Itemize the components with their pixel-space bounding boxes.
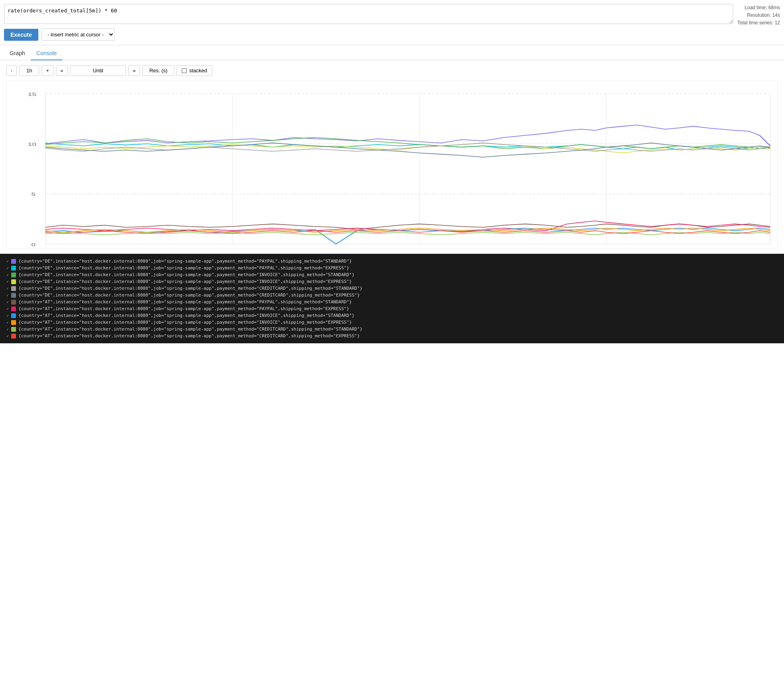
legend-check-icon: ✓ xyxy=(6,259,9,263)
tab-graph[interactable]: Graph xyxy=(4,47,31,60)
svg-text:10: 10 xyxy=(28,142,37,147)
legend-color-swatch xyxy=(11,266,16,271)
legend-check-icon: ✓ xyxy=(6,327,9,331)
svg-text:5: 5 xyxy=(31,192,36,197)
zoom-in-button[interactable]: + xyxy=(42,65,54,76)
legend-color-swatch xyxy=(11,300,16,305)
tabs: Graph Console xyxy=(0,47,784,60)
legend-item-label: {country="DE",instance="host.docker.inte… xyxy=(18,259,352,264)
legend-item-label: {country="DE",instance="host.docker.inte… xyxy=(18,265,349,271)
svg-text:14:00: 14:00 xyxy=(221,247,240,249)
legend-item[interactable]: ✓ {country="AT",instance="host.docker.in… xyxy=(6,305,778,312)
legend-item[interactable]: ✓ {country="DE",instance="host.docker.in… xyxy=(6,258,778,265)
legend-item-label: {country="DE",instance="host.docker.inte… xyxy=(18,279,352,284)
legend-item-label: {country="DE",instance="host.docker.inte… xyxy=(18,272,354,277)
execute-button[interactable]: Execute xyxy=(4,29,38,41)
stacked-label: stacked xyxy=(189,68,207,74)
toolbar: Execute - insert metric at cursor - xyxy=(4,28,733,41)
legend-item-label: {country="AT",instance="host.docker.inte… xyxy=(18,313,354,318)
legend-color-swatch xyxy=(11,286,16,291)
until-input[interactable] xyxy=(70,65,126,76)
legend-item-label: {country="AT",instance="host.docker.inte… xyxy=(18,327,362,332)
legend-check-icon: ✓ xyxy=(6,286,9,291)
legend-color-swatch xyxy=(11,327,16,332)
legend-check-icon: ✓ xyxy=(6,273,9,277)
graph-controls: - + « » stacked xyxy=(0,60,784,81)
load-time: Load time: 68ms xyxy=(737,4,780,12)
legend-check-icon: ✓ xyxy=(6,279,9,284)
legend-item-label: {country="DE",instance="host.docker.inte… xyxy=(18,293,360,298)
zoom-out-button[interactable]: - xyxy=(6,65,17,76)
chart-svg: 0 5 10 15 14:00 14:15 14:30 14:45 xyxy=(6,81,778,249)
chart-area: 0 5 10 15 14:00 14:15 14:30 14:45 xyxy=(0,81,784,254)
res-input[interactable] xyxy=(142,65,174,76)
svg-text:15: 15 xyxy=(28,92,37,96)
legend-check-icon: ✓ xyxy=(6,320,9,325)
metric-selector[interactable]: - insert metric at cursor - xyxy=(42,28,115,41)
legend-color-swatch xyxy=(11,334,16,339)
duration-input[interactable] xyxy=(19,65,39,76)
legend-item-label: {country="AT",instance="host.docker.inte… xyxy=(18,306,349,311)
stacked-button[interactable]: stacked xyxy=(177,65,212,76)
legend-item[interactable]: ✓ {country="AT",instance="host.docker.in… xyxy=(6,333,778,339)
legend-item[interactable]: ✓ {country="DE",instance="host.docker.in… xyxy=(6,271,778,278)
svg-text:14:30: 14:30 xyxy=(595,247,614,249)
total-series: Total time series: 12 xyxy=(737,19,780,27)
fast-fwd-button[interactable]: » xyxy=(128,65,140,76)
legend-color-swatch xyxy=(11,273,16,277)
legend-area: ✓ {country="DE",instance="host.docker.in… xyxy=(0,254,784,343)
legend-check-icon: ✓ xyxy=(6,266,9,270)
meta-info: Load time: 68ms Resolution: 14s Total ti… xyxy=(737,4,780,27)
legend-color-swatch xyxy=(11,320,16,325)
svg-text:0: 0 xyxy=(31,242,36,247)
top-bar: rate(orders_created_total[5m]) * 60 Exec… xyxy=(0,0,784,45)
legend-item[interactable]: ✓ {country="AT",instance="host.docker.in… xyxy=(6,312,778,319)
legend-item-label: {country="DE",instance="host.docker.inte… xyxy=(18,286,362,291)
legend-item[interactable]: ✓ {country="DE",instance="host.docker.in… xyxy=(6,292,778,299)
legend-item-label: {country="AT",instance="host.docker.inte… xyxy=(18,320,352,325)
legend-item[interactable]: ✓ {country="DE",instance="host.docker.in… xyxy=(6,278,778,285)
legend-item[interactable]: ✓ {country="AT",instance="host.docker.in… xyxy=(6,319,778,326)
legend-check-icon: ✓ xyxy=(6,300,9,304)
query-area: rate(orders_created_total[5m]) * 60 Exec… xyxy=(4,4,733,41)
fast-back-button[interactable]: « xyxy=(56,65,68,76)
legend-item-label: {country="AT",instance="host.docker.inte… xyxy=(18,333,360,339)
legend-item[interactable]: ✓ {country="AT",instance="host.docker.in… xyxy=(6,326,778,333)
resolution: Resolution: 14s xyxy=(737,12,780,19)
svg-text:14:15: 14:15 xyxy=(408,247,427,249)
legend-color-swatch xyxy=(11,307,16,311)
legend-color-swatch xyxy=(11,259,16,264)
legend-color-swatch xyxy=(11,279,16,284)
legend-color-swatch xyxy=(11,293,16,298)
query-input[interactable]: rate(orders_created_total[5m]) * 60 xyxy=(4,4,733,24)
legend-item[interactable]: ✓ {country="DE",instance="host.docker.in… xyxy=(6,265,778,271)
legend-check-icon: ✓ xyxy=(6,293,9,297)
legend-color-swatch xyxy=(11,313,16,318)
legend-check-icon: ✓ xyxy=(6,313,9,318)
legend-check-icon: ✓ xyxy=(6,334,9,338)
legend-check-icon: ✓ xyxy=(6,307,9,311)
legend-item[interactable]: ✓ {country="DE",instance="host.docker.in… xyxy=(6,285,778,292)
legend-item[interactable]: ✓ {country="AT",instance="host.docker.in… xyxy=(6,299,778,305)
svg-text:14:45: 14:45 xyxy=(749,247,768,249)
tab-console[interactable]: Console xyxy=(31,47,62,60)
stacked-checkbox-icon xyxy=(182,68,187,73)
legend-item-label: {country="AT",instance="host.docker.inte… xyxy=(18,299,352,305)
